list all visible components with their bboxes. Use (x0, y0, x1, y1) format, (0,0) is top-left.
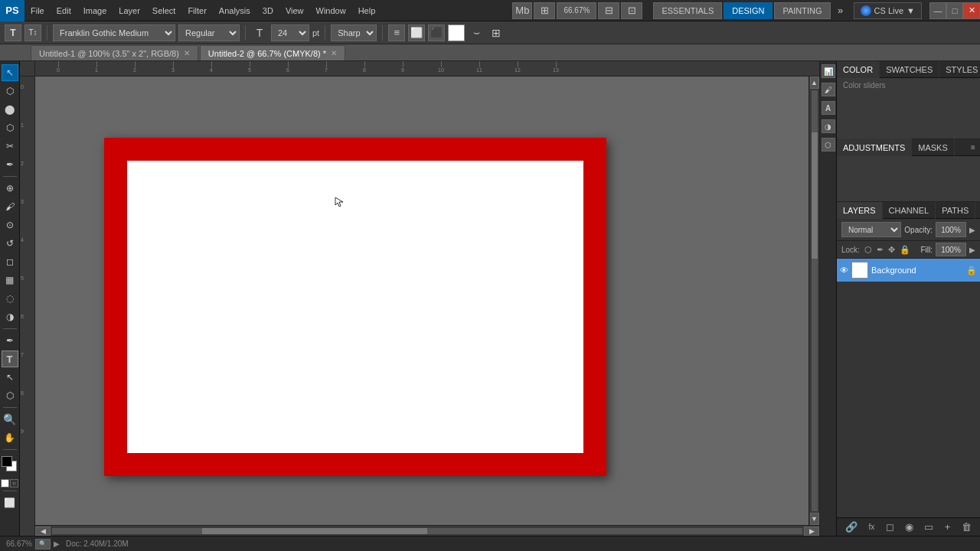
screen-mode-button[interactable]: ⬜ (2, 494, 18, 511)
dodge-tool[interactable]: ◑ (2, 308, 18, 325)
add-mask-btn[interactable]: ◻ (886, 521, 894, 533)
document-canvas[interactable] (104, 138, 606, 476)
scroll-track-v[interactable] (812, 90, 818, 511)
scroll-thumb-h[interactable] (202, 528, 427, 534)
fill-stepper[interactable]: ▶ (969, 246, 975, 254)
close-button[interactable]: ✕ (963, 2, 980, 19)
canvas-area[interactable]: 0 1 2 3 4 5 6 7 8 9 10 11 12 13 (20, 61, 819, 536)
masks-icon[interactable]: ⬡ (822, 138, 835, 152)
layer-row[interactable]: 👁 Background 🔒 (837, 259, 980, 282)
menu-image[interactable]: Image (77, 0, 113, 21)
quick-mask-off[interactable] (1, 479, 9, 487)
font-size-select[interactable]: 24 (271, 24, 309, 41)
scroll-right-btn[interactable]: ▶ (804, 527, 819, 536)
align-left-button[interactable]: ≡ (388, 24, 405, 41)
type-tool-variant[interactable]: T↕ (24, 24, 41, 41)
opacity-stepper[interactable]: ▶ (969, 226, 975, 234)
warp-text-icon[interactable]: ⌣ (468, 24, 485, 41)
vertical-scrollbar[interactable]: ▲ ▼ (808, 77, 819, 525)
align-right-button[interactable]: ⬛ (428, 24, 445, 41)
healing-tool[interactable]: ⊕ (2, 180, 18, 197)
gradient-tool[interactable]: ▦ (2, 272, 18, 289)
brush-tool[interactable]: 🖌 (2, 198, 18, 215)
scroll-down-btn[interactable]: ▼ (810, 513, 819, 525)
crop-tool[interactable]: ✂ (2, 138, 18, 155)
tab-adjustments[interactable]: ADJUSTMENTS (837, 139, 912, 157)
workspace-extend[interactable]: » (832, 2, 849, 19)
link-layers-btn[interactable]: 🔗 (845, 521, 858, 533)
layer-visibility-toggle[interactable]: 👁 (840, 266, 848, 275)
marquee-tool[interactable]: ⬡ (2, 83, 18, 99)
color-picker[interactable] (2, 456, 18, 476)
zoom-icon[interactable]: 🔍 (35, 539, 51, 549)
menu-edit[interactable]: Edit (51, 0, 77, 21)
lock-position[interactable]: ✥ (888, 245, 895, 255)
workspace-essentials[interactable]: ESSENTIALS (653, 2, 722, 19)
blur-tool[interactable]: ◌ (2, 290, 18, 307)
stamp-tool[interactable]: ⊙ (2, 217, 18, 233)
menu-file[interactable]: File (24, 0, 51, 21)
character-icon[interactable]: A (822, 101, 835, 115)
tab-masks[interactable]: MASKS (912, 139, 955, 157)
foreground-color[interactable] (2, 456, 12, 467)
scroll-track-h[interactable] (52, 528, 802, 534)
horizontal-scrollbar[interactable]: ◀ ▶ (35, 525, 819, 536)
eyedropper-tool[interactable]: ✒ (2, 156, 18, 173)
pen-tool[interactable]: ✒ (2, 332, 18, 349)
tab-channel[interactable]: CHANNEL (883, 202, 936, 219)
text-color-swatch[interactable] (448, 24, 465, 41)
menu-window[interactable]: Window (310, 0, 352, 21)
adjustments-icon[interactable]: ◑ (822, 119, 835, 133)
zoom-input[interactable]: 66.67% (557, 2, 596, 19)
lock-transparency[interactable]: ⬡ (864, 245, 872, 255)
mode-selector[interactable]: Mb (512, 2, 532, 19)
menu-filter[interactable]: Filter (181, 0, 212, 21)
grid-icon[interactable]: ⊟ (598, 2, 619, 19)
path-selection-tool[interactable]: ↖ (2, 369, 18, 386)
cs-live-button[interactable]: CS Live ▼ (854, 2, 922, 19)
zoom-tool[interactable]: 🔍 (2, 411, 18, 428)
tab-untitled2-close[interactable]: ✕ (331, 49, 337, 57)
new-fill-layer-btn[interactable]: ◉ (905, 521, 913, 533)
character-panel-icon[interactable]: ⊞ (488, 24, 505, 41)
tab-color[interactable]: COLOR (837, 61, 880, 79)
anti-alias-select[interactable]: Sharp (331, 24, 377, 41)
tab-paths[interactable]: PATHS (936, 202, 975, 219)
adj-panel-menu-btn[interactable]: ≡ (966, 139, 980, 156)
scroll-up-btn[interactable]: ▲ (810, 77, 819, 89)
type-tool-icon[interactable]: T (5, 24, 21, 41)
menu-layer[interactable]: Layer (113, 0, 146, 21)
new-layer-btn[interactable]: + (945, 521, 951, 533)
font-style-select[interactable]: Regular (178, 24, 240, 41)
quick-select-tool[interactable]: ⬡ (2, 119, 18, 136)
maximize-button[interactable]: □ (946, 2, 963, 19)
type-tool[interactable]: T (2, 350, 18, 367)
align-center-button[interactable]: ⬜ (408, 24, 425, 41)
extra-icon[interactable]: ⊡ (621, 2, 642, 19)
opacity-input[interactable] (936, 222, 966, 237)
scroll-left-btn[interactable]: ◀ (35, 527, 51, 536)
menu-3d[interactable]: 3D (256, 0, 279, 21)
history-brush[interactable]: ↺ (2, 235, 18, 252)
fill-input[interactable] (936, 243, 966, 256)
workspace-design[interactable]: DESIGN (724, 2, 773, 19)
eraser-tool[interactable]: ◻ (2, 253, 18, 270)
menu-analysis[interactable]: Analysis (213, 0, 256, 21)
new-group-btn[interactable]: ▭ (924, 521, 933, 533)
lasso-tool[interactable]: ⬤ (2, 101, 18, 118)
blend-mode-select[interactable]: Normal (841, 222, 901, 237)
font-family-select[interactable]: Franklin Gothic Medium (53, 24, 175, 41)
scroll-thumb-v[interactable] (812, 132, 818, 259)
expand-layers-btn[interactable]: » (975, 202, 980, 219)
tab-swatches[interactable]: SWATCHES (880, 61, 939, 79)
quick-mask-on[interactable]: ○ (10, 479, 18, 487)
minimize-button[interactable]: — (929, 2, 946, 19)
move-tool[interactable]: ↖ (2, 64, 18, 81)
layer-fx-btn[interactable]: fx (869, 523, 875, 531)
tab-styles[interactable]: STYLES (939, 61, 980, 79)
brush-options-icon[interactable]: 🖌 (822, 83, 835, 96)
tab-untitled2[interactable]: Untitled-2 @ 66.7% (CMYK/8) * ✕ (200, 45, 345, 60)
menu-view[interactable]: View (279, 0, 310, 21)
histogram-icon[interactable]: 📊 (822, 64, 835, 78)
arrangement-icon[interactable]: ⊞ (534, 2, 555, 19)
